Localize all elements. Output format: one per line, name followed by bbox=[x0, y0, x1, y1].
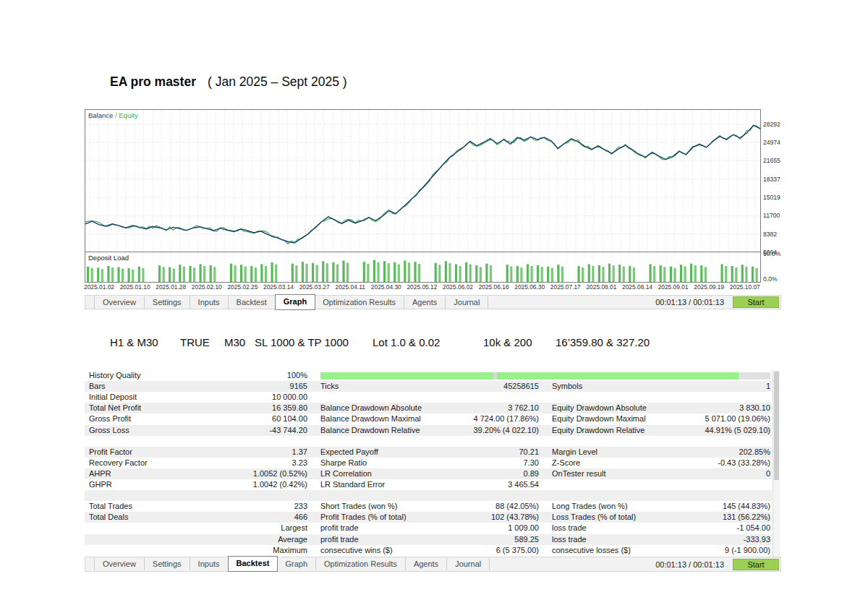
stat-value: 1 009.00 bbox=[423, 523, 539, 532]
tab-agents[interactable]: Agents bbox=[404, 296, 446, 309]
x-axis-tick-label: 2025.09.19 bbox=[689, 283, 728, 291]
legend-equity: Equity bbox=[119, 111, 137, 119]
deposit-bar bbox=[684, 267, 686, 282]
y-axis-tick-label: 11700 bbox=[763, 212, 780, 219]
deposit-bar bbox=[363, 262, 365, 282]
tab-backtest[interactable]: Backtest bbox=[229, 296, 276, 309]
deposit-bar bbox=[650, 264, 652, 282]
deposit-bar bbox=[265, 266, 267, 282]
tab-optimization-results[interactable]: Optimization Results bbox=[315, 296, 404, 309]
tab-agents[interactable]: Agents bbox=[406, 558, 447, 570]
deposit-bar bbox=[592, 266, 594, 282]
tab-overview[interactable]: Overview bbox=[94, 558, 145, 570]
deposit-load-label: Deposit Load bbox=[88, 254, 129, 262]
deposit-bar bbox=[213, 267, 216, 282]
deposit-bar bbox=[547, 267, 549, 282]
tab-journal[interactable]: Journal bbox=[446, 296, 488, 309]
deposit-bar bbox=[128, 268, 130, 282]
deposit-axis-tick-label: 50.0% bbox=[763, 250, 780, 257]
deposit-bar bbox=[520, 267, 522, 282]
tab-graph[interactable]: Graph bbox=[277, 558, 316, 570]
deposit-bar bbox=[292, 264, 294, 282]
table-row: Recovery Factor3.23Sharpe Ratio7.30Z-Sco… bbox=[85, 458, 772, 468]
deposit-bar bbox=[336, 265, 339, 282]
x-axis-tick-label: 2025.08.01 bbox=[582, 283, 621, 291]
stat-value: 3 830.10 bbox=[652, 403, 770, 412]
deposit-bar bbox=[332, 262, 334, 282]
stat-value: 3.23 bbox=[179, 458, 307, 467]
parameter-value: H1 & M30 bbox=[110, 336, 158, 348]
stat-value: 88 (42.05%) bbox=[423, 502, 539, 510]
stat-value: 16 359.80 bbox=[179, 403, 307, 412]
deposit-bar bbox=[260, 264, 263, 282]
deposit-bar bbox=[465, 262, 467, 282]
deposit-bar bbox=[91, 268, 93, 282]
stat-value: 0.89 bbox=[423, 469, 539, 478]
deposit-bar bbox=[561, 267, 563, 282]
tab-backtest[interactable]: Backtest bbox=[228, 556, 278, 572]
tab-settings[interactable]: Settings bbox=[145, 296, 190, 309]
x-axis-tick-label: 2025.06.02 bbox=[438, 283, 477, 291]
x-axis-tick-label: 2025.01.02 bbox=[80, 283, 119, 291]
tab-inputs[interactable]: Inputs bbox=[190, 558, 229, 570]
x-axis-labels: 2025.01.022025.01.102025.01.282025.02.10… bbox=[85, 283, 783, 292]
deposit-bar bbox=[383, 261, 386, 282]
x-axis-tick-label: 2025.02.25 bbox=[223, 283, 262, 291]
deposit-bar bbox=[210, 265, 212, 282]
table-row: Bars9165Ticks45258615Symbols1 bbox=[85, 381, 772, 392]
test-duration: 00:01:13 / 00:01:13 bbox=[655, 560, 724, 569]
deposit-bar bbox=[725, 266, 727, 282]
test-period: ( Jan 2025 – Sept 2025 ) bbox=[208, 74, 347, 89]
deposit-bar bbox=[230, 264, 232, 282]
tabs-top: OverviewSettingsInputsBacktestGraphOptim… bbox=[94, 296, 488, 309]
table-row: GHPR1.0042 (0.42%)LR Standard Error3 465… bbox=[85, 479, 772, 490]
y-axis-tick-label: 21655 bbox=[763, 157, 780, 164]
deposit-bar bbox=[107, 266, 109, 282]
parameter-value: SL 1000 & TP 1000 bbox=[255, 336, 349, 348]
deposit-bar bbox=[275, 265, 277, 282]
start-button[interactable]: Start bbox=[733, 296, 779, 308]
deposit-bar bbox=[700, 265, 702, 282]
stat-value: 60 104.00 bbox=[179, 414, 307, 423]
legend-balance: Balance bbox=[88, 111, 113, 119]
deposit-bar bbox=[408, 262, 410, 282]
progress-fill bbox=[320, 372, 739, 380]
stat-value: -333.93 bbox=[652, 535, 770, 544]
table-row bbox=[85, 490, 772, 501]
scrollbar-thumb[interactable] bbox=[774, 372, 779, 480]
y-axis-tick-label: 8382 bbox=[763, 231, 777, 238]
deposit-bar bbox=[485, 264, 488, 282]
page-title: EA pro master( Jan 2025 – Sept 2025 ) bbox=[110, 74, 347, 90]
deposit-bar bbox=[367, 264, 369, 282]
stat-value: 9165 bbox=[179, 382, 307, 390]
y-axis-tick-label: 24974 bbox=[763, 139, 780, 146]
test-duration: 00:01:13 / 00:01:13 bbox=[655, 298, 724, 306]
start-button[interactable]: Start bbox=[733, 559, 779, 570]
stat-value: 3 465.54 bbox=[423, 480, 539, 489]
stat-value: Average bbox=[179, 535, 307, 544]
deposit-bar bbox=[101, 269, 103, 282]
deposit-bar bbox=[680, 265, 682, 282]
deposit-bar bbox=[326, 263, 328, 282]
deposit-bar bbox=[663, 267, 665, 282]
x-axis-tick-label: 2025.09.01 bbox=[654, 283, 693, 291]
deposit-bar bbox=[541, 267, 543, 282]
deposit-bar bbox=[690, 264, 692, 282]
tab-overview[interactable]: Overview bbox=[94, 296, 145, 309]
deposit-bar bbox=[316, 265, 318, 282]
deposit-bar bbox=[475, 265, 477, 282]
deposit-bar bbox=[240, 265, 242, 282]
tab-inputs[interactable]: Inputs bbox=[190, 296, 229, 309]
tester-tabbar-bottom: OverviewSettingsInputsBacktestGraphOptim… bbox=[85, 557, 781, 572]
deposit-bar bbox=[756, 268, 758, 282]
tab-optimization-results[interactable]: Optimization Results bbox=[316, 558, 406, 570]
table-row: Total Deals466Profit Trades (% of total)… bbox=[85, 512, 772, 523]
table-scrollbar[interactable] bbox=[773, 370, 780, 557]
parameter-value: TRUE bbox=[180, 336, 210, 348]
tab-graph[interactable]: Graph bbox=[275, 294, 315, 310]
tab-journal[interactable]: Journal bbox=[447, 558, 490, 570]
deposit-bar bbox=[373, 260, 375, 282]
deposit-bar bbox=[203, 266, 205, 282]
stat-value: 145 (44.83%) bbox=[652, 502, 770, 510]
tab-settings[interactable]: Settings bbox=[145, 558, 190, 570]
